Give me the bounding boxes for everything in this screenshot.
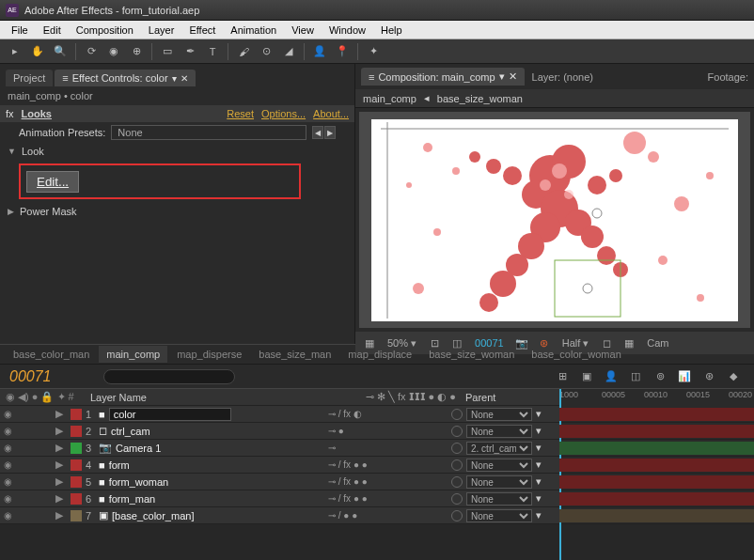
- effect-controls-tab[interactable]: ≡ Effect Controls: color ▾ ✕: [55, 70, 195, 86]
- draft-3d-icon[interactable]: ▣: [577, 367, 596, 386]
- close-tab-icon[interactable]: ✕: [181, 73, 188, 84]
- layer-bar[interactable]: [559, 408, 754, 421]
- comp-crumb-1[interactable]: main_comp: [363, 93, 416, 104]
- pickwhip-icon[interactable]: [451, 493, 463, 505]
- visibility-icon[interactable]: ◉: [4, 426, 15, 436]
- layer-row[interactable]: ◉ ▶ 2 ◻ctrl_cam ⊸ ● None▾: [0, 423, 754, 440]
- camera-select[interactable]: Cam: [643, 336, 672, 350]
- pickwhip-icon[interactable]: [451, 426, 463, 437]
- viewer[interactable]: [359, 112, 750, 328]
- visibility-icon[interactable]: ◉: [4, 443, 15, 453]
- visibility-icon[interactable]: ◉: [4, 409, 15, 419]
- parent-select[interactable]: None: [466, 408, 532, 421]
- expand-icon[interactable]: ▶: [55, 509, 63, 521]
- text-tool[interactable]: T: [203, 42, 222, 61]
- comp-mini-flow-icon[interactable]: ⊞: [553, 367, 572, 386]
- timeline-tab[interactable]: base_color_man: [6, 346, 97, 363]
- layer-row[interactable]: ◉ ▶ 3 📷Camera 1 ⊸ 2. ctrl_cam▾: [0, 440, 754, 457]
- timeline-tab[interactable]: map_displace: [340, 346, 419, 363]
- camera-tool[interactable]: ◉: [104, 42, 123, 61]
- timeline-tab[interactable]: map_disperse: [169, 346, 249, 363]
- layer-row[interactable]: ◉ ▶ 4 ■form ⊸ / fx ● ● None▾: [0, 457, 754, 474]
- layer-bar[interactable]: [559, 509, 754, 522]
- dropdown-icon[interactable]: ▾: [536, 442, 542, 454]
- layer-bar[interactable]: [559, 425, 754, 438]
- search-input[interactable]: [103, 369, 235, 384]
- layer-switches[interactable]: ⊸ / ● ●: [324, 510, 451, 521]
- twirl-icon[interactable]: ▶: [8, 207, 14, 216]
- parent-select[interactable]: 2. ctrl_cam: [466, 442, 532, 455]
- layer-switches[interactable]: ⊸: [324, 443, 451, 453]
- pickwhip-icon[interactable]: [451, 409, 463, 420]
- layer-switches[interactable]: ⊸ / fx ● ●: [324, 476, 451, 487]
- fx-toggle-icon[interactable]: fx: [6, 108, 14, 119]
- preset-prev-button[interactable]: ◀: [312, 126, 323, 139]
- zoom-tool[interactable]: 🔍: [51, 42, 70, 61]
- label-color[interactable]: [71, 493, 82, 505]
- layer-row[interactable]: ◉ ▶ 1 ■ ⊸ / fx ◐ None▾: [0, 406, 754, 423]
- pan-behind-tool[interactable]: ⊕: [127, 42, 146, 61]
- current-time[interactable]: 00071: [0, 368, 103, 385]
- pickwhip-icon[interactable]: [451, 510, 463, 521]
- expand-icon[interactable]: ▶: [55, 408, 63, 420]
- graph-editor-icon[interactable]: 📊: [675, 367, 694, 386]
- motion-blur-icon[interactable]: ⊚: [651, 367, 669, 386]
- layer-bar[interactable]: [559, 475, 754, 489]
- expand-icon[interactable]: ▶: [55, 425, 63, 437]
- roto-tool[interactable]: 👤: [310, 42, 329, 61]
- expand-icon[interactable]: ▶: [55, 475, 63, 488]
- menu-edit[interactable]: Edit: [36, 23, 69, 38]
- menu-view[interactable]: View: [284, 23, 322, 38]
- menu-window[interactable]: Window: [322, 23, 373, 38]
- twirl-icon[interactable]: ▼: [8, 147, 16, 156]
- col-parent[interactable]: Parent: [465, 392, 559, 403]
- parent-select[interactable]: None: [466, 425, 532, 438]
- parent-select[interactable]: None: [466, 459, 532, 472]
- timeline-tab[interactable]: base_color_woman: [524, 346, 628, 363]
- layer-row[interactable]: ◉ ▶ 6 ■form_man ⊸ / fx ● ● None▾: [0, 490, 754, 507]
- dropdown-icon[interactable]: ▾: [536, 425, 542, 437]
- time-ruler[interactable]: 100000005000100001500020: [559, 389, 754, 406]
- dropdown-icon[interactable]: ▾: [536, 492, 542, 505]
- menu-help[interactable]: Help: [373, 23, 410, 38]
- menu-file[interactable]: File: [4, 23, 36, 38]
- dropdown-icon[interactable]: ▾: [536, 475, 542, 488]
- about-link[interactable]: About...: [313, 108, 349, 119]
- layer-bar[interactable]: [559, 442, 754, 455]
- layer-switches[interactable]: ⊸ / fx ◐: [324, 409, 451, 419]
- expand-icon[interactable]: ▶: [55, 459, 63, 471]
- menu-effect[interactable]: Effect: [181, 23, 223, 38]
- layer-row[interactable]: ◉ ▶ 5 ■form_woman ⊸ / fx ● ● None▾: [0, 474, 754, 490]
- layer-switches[interactable]: ⊸ ●: [324, 426, 451, 436]
- layer-tab[interactable]: Layer: (none): [532, 68, 593, 86]
- parent-select[interactable]: None: [466, 509, 532, 522]
- timeline-tab[interactable]: base_size_woman: [421, 346, 522, 363]
- project-tab[interactable]: Project: [6, 70, 53, 86]
- brainstorm-icon[interactable]: ⊛: [699, 367, 718, 386]
- hand-tool[interactable]: ✋: [28, 42, 47, 61]
- layer-row[interactable]: ◉ ▶ 7 ▣[base_color_man] ⊸ / ● ● None▾: [0, 507, 754, 524]
- close-icon[interactable]: ▾: [172, 73, 177, 84]
- layer-name-input[interactable]: [109, 408, 231, 421]
- label-color[interactable]: [71, 409, 82, 420]
- menu-composition[interactable]: Composition: [69, 23, 141, 38]
- presets-select[interactable]: None: [111, 125, 306, 140]
- rect-tool[interactable]: ▭: [158, 42, 177, 61]
- layer-bar[interactable]: [559, 492, 754, 506]
- visibility-icon[interactable]: ◉: [4, 459, 15, 470]
- auto-keyframe-icon[interactable]: ◆: [724, 367, 743, 386]
- label-color[interactable]: [71, 510, 82, 521]
- composition-tab[interactable]: ≡ Composition: main_comp ▾ ✕: [361, 68, 525, 86]
- comp-crumb-2[interactable]: base_size_woman: [437, 93, 523, 104]
- visibility-icon[interactable]: ◉: [4, 510, 15, 521]
- dropdown-icon[interactable]: ▾: [536, 408, 542, 420]
- dropdown-icon[interactable]: ▾: [536, 459, 542, 471]
- pickwhip-icon[interactable]: [451, 476, 463, 488]
- visibility-icon[interactable]: ◉: [4, 476, 15, 487]
- parent-select[interactable]: None: [466, 492, 532, 506]
- expand-icon[interactable]: ▶: [55, 492, 63, 505]
- label-color[interactable]: [71, 459, 82, 471]
- dropdown-icon[interactable]: ▾: [536, 509, 542, 521]
- reset-link[interactable]: Reset: [227, 108, 254, 119]
- puppet-tool[interactable]: 📍: [333, 42, 352, 61]
